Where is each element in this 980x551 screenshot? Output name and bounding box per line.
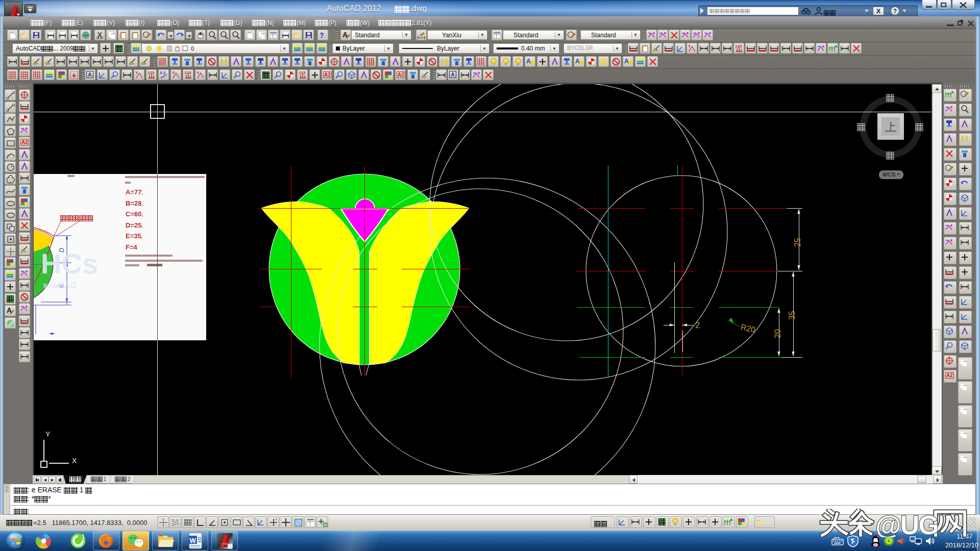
svg-text:R20: R20 (740, 322, 756, 334)
svg-text:20: 20 (773, 329, 782, 338)
svg-text:X: X (72, 457, 77, 465)
svg-text:2: 2 (695, 321, 700, 330)
svg-text:35: 35 (788, 311, 796, 320)
svg-text:W: W (190, 537, 197, 544)
svg-text:0: 0 (191, 45, 194, 52)
svg-text:@UG: @UG (875, 510, 938, 537)
svg-text:Y: Y (45, 430, 51, 438)
svg-text:25: 25 (793, 238, 802, 247)
